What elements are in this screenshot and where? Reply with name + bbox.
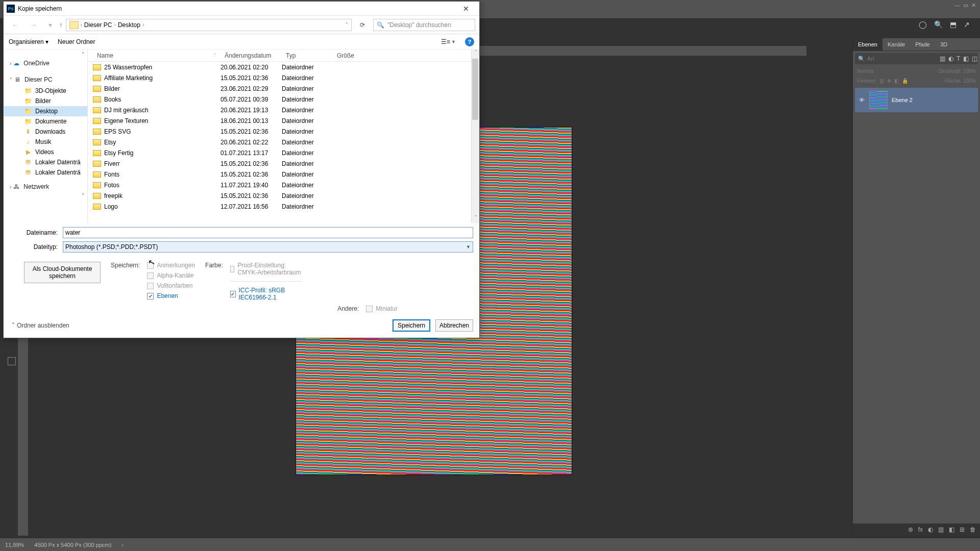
blend-mode-select[interactable]: Normal <box>857 68 873 74</box>
trash-icon[interactable]: 🗑 <box>970 526 976 533</box>
sidebar-item-network[interactable]: › 🖧 Netzwerk <box>4 181 87 193</box>
layer-filter-input[interactable] <box>867 56 938 62</box>
file-list-row[interactable]: Etsy Fertig01.07.2021 13:17Dateiordner <box>88 147 479 158</box>
new-folder-button[interactable]: Neuer Ordner <box>58 38 95 45</box>
view-mode-button[interactable]: ☰≡▼ <box>441 38 456 45</box>
hide-folders-toggle[interactable]: ˄ Ordner ausblenden <box>12 322 69 329</box>
app-close-button[interactable]: ✕ <box>971 2 976 7</box>
nav-back-button[interactable]: ← <box>8 21 23 29</box>
link-layers-icon[interactable]: ⊕ <box>908 526 913 533</box>
sidebar-item[interactable]: 📁Desktop <box>4 106 87 116</box>
opacity-value[interactable]: 100% <box>963 68 976 74</box>
sidebar-item[interactable]: 📁Dokumente <box>4 116 87 127</box>
layer-thumbnail[interactable] <box>869 91 888 109</box>
breadcrumb-item[interactable]: Dieser PC <box>84 21 112 29</box>
sidebar-item-onedrive[interactable]: › ☁ OneDrive <box>4 57 87 69</box>
sidebar-item[interactable]: 📁Bilder <box>4 96 87 106</box>
color-option-checkbox[interactable]: ICC-Profil: sRGB IEC61966-2.1 <box>230 287 307 301</box>
share-icon[interactable]: ↗ <box>964 20 970 31</box>
file-list-row[interactable]: Books05.07.2021 00:39Dateiordner <box>88 94 479 105</box>
file-list-row[interactable]: Eigene Texturen18.06.2021 00:13Dateiordn… <box>88 115 479 126</box>
column-header-date[interactable]: Änderungsdatum <box>220 52 282 59</box>
file-list-row[interactable]: Etsy20.06.2021 02:22Dateiordner <box>88 137 479 147</box>
cancel-button[interactable]: Abbrechen <box>435 319 473 332</box>
search-icon[interactable]: 🔍 <box>934 20 943 31</box>
mask-icon[interactable]: ◐ <box>928 526 933 533</box>
breadcrumb-dropdown-icon[interactable]: ˅ <box>346 22 348 28</box>
search-input[interactable]: 🔍 "Desktop" durchsuchen <box>373 19 475 31</box>
vertical-scrollbar[interactable]: ˄ ˅ <box>471 49 479 223</box>
file-list-row[interactable]: freepik15.05.2021 02:36Dateiordner <box>88 190 479 201</box>
breadcrumb-item[interactable]: Desktop <box>118 21 140 29</box>
filename-input[interactable] <box>63 227 473 238</box>
scroll-up-icon[interactable]: ˄ <box>4 52 87 57</box>
visibility-eye-icon[interactable]: 👁 <box>858 97 865 103</box>
file-list-row[interactable]: EPS SVG15.05.2021 02:36Dateiordner <box>88 126 479 137</box>
lock-pixels-icon[interactable]: ▥ <box>879 78 884 84</box>
filter-smart-icon[interactable]: ◫ <box>972 55 977 62</box>
column-header-name[interactable]: Name <box>97 52 113 59</box>
sidebar-item[interactable]: ♪Musik <box>4 137 87 147</box>
file-list-header[interactable]: Name˄ Änderungsdatum Typ Größe <box>88 49 479 62</box>
thumbnail-checkbox[interactable]: Miniatur <box>366 305 398 312</box>
file-list-row[interactable]: Logo12.07.2021 16:56Dateiordner <box>88 201 479 212</box>
file-list-row[interactable]: DJ mit geräusch20.06.2021 19:13Dateiordn… <box>88 105 479 115</box>
new-layer-icon[interactable]: ⊞ <box>960 526 965 533</box>
fx-icon[interactable]: fx <box>918 526 923 533</box>
filter-pixel-icon[interactable]: ▥ <box>940 55 945 62</box>
lock-all-icon[interactable]: 🔒 <box>902 78 908 84</box>
file-list-row[interactable]: Fonts15.05.2021 02:36Dateiordner <box>88 169 479 180</box>
file-list-row[interactable]: 25 Wassertropfen20.06.2021 02:20Dateiord… <box>88 62 479 72</box>
file-list-row[interactable]: Affiliate Marketing15.05.2021 02:36Datei… <box>88 72 479 83</box>
filter-adjust-icon[interactable]: ◐ <box>948 55 953 62</box>
file-list-row[interactable]: Fiverr15.05.2021 02:36Dateiordner <box>88 158 479 169</box>
app-maximize-button[interactable]: ▭ <box>963 2 968 7</box>
organize-menu[interactable]: Organisieren ▾ <box>9 38 48 45</box>
sidebar-item[interactable]: ⛃Lokaler Datenträ <box>4 157 87 167</box>
app-minimize-button[interactable]: — <box>954 2 960 7</box>
filetype-select[interactable]: Photoshop (*.PSD;*.PDD;*.PSDT) ▼ <box>63 241 473 253</box>
tab-layers[interactable]: Ebenen <box>853 38 883 51</box>
scroll-thumb[interactable] <box>472 59 478 120</box>
save-button[interactable]: Speichern <box>393 319 430 332</box>
layer-row[interactable]: 👁 Ebene 2 <box>855 88 978 112</box>
status-caret-icon[interactable]: › <box>121 542 124 548</box>
tool-icon[interactable] <box>8 357 16 365</box>
dialog-titlebar[interactable]: Ps Kopie speichern ✕ <box>4 2 479 16</box>
breadcrumb[interactable]: › Dieser PC › Desktop › ˅ <box>66 19 352 31</box>
lock-artboard-icon[interactable]: ◧ <box>894 78 899 84</box>
adjustment-icon[interactable]: ▥ <box>938 526 944 533</box>
group-icon[interactable]: ◧ <box>949 526 954 533</box>
save-cloud-button[interactable]: Als Cloud-Dokumente speichern <box>24 262 101 283</box>
tab-paths[interactable]: Pfade <box>910 38 935 51</box>
file-list[interactable]: Name˄ Änderungsdatum Typ Größe 25 Wasser… <box>88 49 479 223</box>
file-list-row[interactable]: Bilder23.06.2021 02:29Dateiordner <box>88 83 479 94</box>
filter-shape-icon[interactable]: ◧ <box>963 55 969 62</box>
tab-channels[interactable]: Kanäle <box>883 38 910 51</box>
zoom-level[interactable]: 11,99% <box>5 542 24 548</box>
fill-value[interactable]: 100% <box>963 78 976 84</box>
nav-recent-button[interactable]: ▾ <box>44 21 56 29</box>
file-list-row[interactable]: Fotos11.07.2021 19:40Dateiordner <box>88 180 479 190</box>
sidebar-item[interactable]: ⛃Lokaler Datenträ <box>4 167 87 178</box>
save-option-checkbox[interactable]: Ebenen <box>147 292 195 299</box>
workspace-icon[interactable]: ⬒ <box>950 20 957 31</box>
sidebar-item[interactable]: 📁3D-Objekte <box>4 86 87 96</box>
scroll-down-icon[interactable]: ˅ <box>4 193 87 198</box>
nav-up-button[interactable]: ↑ <box>59 21 63 29</box>
layer-filter-search[interactable]: 🔍 ▥ ◐ T ◧ ◫ <box>855 53 978 64</box>
dialog-close-button[interactable]: ✕ <box>456 5 476 13</box>
sidebar-item[interactable]: ⬇Downloads <box>4 127 87 137</box>
tab-3d[interactable]: 3D <box>935 38 952 51</box>
refresh-button[interactable]: ⟳ <box>355 21 370 29</box>
filter-type-icon[interactable]: T <box>957 55 960 62</box>
home-icon[interactable]: ◯ <box>919 20 927 31</box>
sidebar-item-this-pc[interactable]: ˅ 🖥 Dieser PC <box>4 73 87 86</box>
help-button[interactable]: ? <box>465 37 474 46</box>
scroll-up-icon[interactable]: ˄ <box>472 49 480 58</box>
sidebar-item[interactable]: ▶Videos <box>4 147 87 157</box>
column-header-size[interactable]: Größe <box>333 52 374 59</box>
folder-tree-sidebar[interactable]: ˄ › ☁ OneDrive ˅ 🖥 Dieser PC 📁3D-Objekte… <box>4 49 88 223</box>
layer-name-label[interactable]: Ebene 2 <box>892 97 913 103</box>
lock-position-icon[interactable]: ✥ <box>887 78 891 84</box>
